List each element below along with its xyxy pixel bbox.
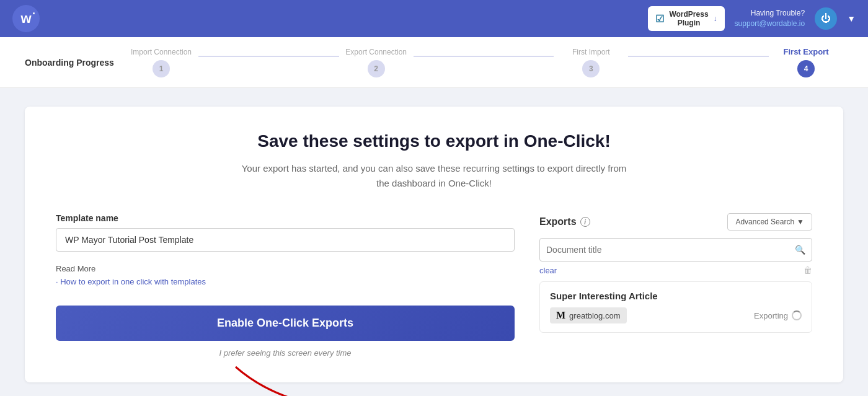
wordable-logo: w bbox=[12, 5, 40, 32]
medium-m-icon: M bbox=[556, 310, 565, 321]
template-name-input[interactable] bbox=[56, 228, 515, 252]
header-right: ☑ WordPressPlugin ↓ Having Trouble? supp… bbox=[648, 6, 856, 32]
left-column: Template name Read More · How to export … bbox=[56, 213, 515, 358]
export-item-title: Super Interesting Article bbox=[550, 291, 802, 301]
progress-steps: Import Connection 1 Export Connection 2 … bbox=[124, 47, 843, 77]
main-content: Save these settings to export in One-Cli… bbox=[0, 88, 868, 396]
content-card: Save these settings to export in One-Cli… bbox=[25, 107, 843, 382]
download-icon: ↓ bbox=[714, 14, 717, 23]
advanced-search-label: Advanced Search bbox=[735, 218, 794, 226]
step-4: First Export 4 bbox=[769, 47, 843, 77]
exports-title: Exports i bbox=[539, 216, 590, 227]
prefer-text: I prefer seeing this screen every time bbox=[56, 348, 515, 358]
trouble-email: support@wordable.io bbox=[735, 19, 805, 29]
step-3-circle: 3 bbox=[582, 60, 600, 77]
exporting-badge: Exporting bbox=[754, 310, 802, 320]
advanced-search-button[interactable]: Advanced Search ▼ bbox=[727, 213, 812, 231]
step-4-label: First Export bbox=[784, 47, 829, 56]
source-name: greatblog.com bbox=[569, 311, 620, 320]
export-item: Super Interesting Article M greatblog.co… bbox=[539, 281, 812, 333]
card-wrapper: Save these settings to export in One-Cli… bbox=[25, 107, 843, 382]
clear-row: clear 🗑 bbox=[539, 265, 812, 275]
export-item-footer: M greatblog.com Exporting bbox=[550, 307, 802, 323]
wp-plugin-label: WordPressPlugin bbox=[669, 10, 708, 28]
help-icon[interactable]: i bbox=[580, 217, 590, 227]
right-column: Exports i Advanced Search ▼ 🔍 clear bbox=[539, 213, 812, 358]
connector-1-2 bbox=[198, 56, 339, 57]
step-1-circle: 1 bbox=[153, 60, 170, 77]
wordpress-icon: ☑ bbox=[655, 13, 664, 25]
template-name-label: Template name bbox=[56, 213, 515, 223]
power-button[interactable]: ⏻ bbox=[815, 7, 837, 30]
chevron-down-icon[interactable]: ▼ bbox=[847, 14, 856, 24]
trouble-title: Having Trouble? bbox=[735, 8, 805, 19]
card-subtitle: Your export has started, and you can als… bbox=[56, 161, 812, 191]
advanced-search-chevron-icon: ▼ bbox=[797, 218, 804, 226]
search-bar: 🔍 bbox=[539, 238, 812, 262]
document-search-input[interactable] bbox=[546, 239, 795, 261]
enable-one-click-button[interactable]: Enable One-Click Exports bbox=[56, 306, 515, 341]
two-col-layout: Template name Read More · How to export … bbox=[56, 213, 812, 358]
clear-link[interactable]: clear bbox=[539, 266, 557, 275]
card-title: Save these settings to export in One-Cli… bbox=[56, 131, 812, 151]
connector-2-3 bbox=[414, 56, 554, 57]
read-more-section: Read More · How to export in one click w… bbox=[56, 264, 515, 287]
search-icon: 🔍 bbox=[795, 245, 805, 255]
step-2: Export Connection 2 bbox=[339, 48, 414, 77]
exporting-label: Exporting bbox=[754, 311, 788, 320]
wp-plugin-button[interactable]: ☑ WordPressPlugin ↓ bbox=[648, 6, 724, 32]
read-more-link[interactable]: · How to export in one click with templa… bbox=[56, 277, 206, 286]
trash-icon[interactable]: 🗑 bbox=[804, 265, 812, 275]
onboarding-progress: Onboarding Progress Import Connection 1 … bbox=[0, 37, 868, 88]
medium-badge: M greatblog.com bbox=[550, 307, 627, 323]
exports-header: Exports i Advanced Search ▼ bbox=[539, 213, 812, 231]
trouble-section: Having Trouble? support@wordable.io bbox=[735, 8, 805, 29]
progress-label: Onboarding Progress bbox=[25, 58, 124, 68]
step-2-circle: 2 bbox=[368, 60, 385, 77]
exporting-spinner bbox=[792, 310, 802, 320]
step-1: Import Connection 1 bbox=[124, 48, 198, 77]
step-2-label: Export Connection bbox=[345, 48, 407, 56]
app-header: w ☑ WordPressPlugin ↓ Having Trouble? su… bbox=[0, 0, 868, 37]
step-4-circle: 4 bbox=[797, 60, 815, 77]
connector-3-4 bbox=[628, 56, 769, 57]
step-3: First Import 3 bbox=[554, 48, 628, 77]
read-more-label: Read More bbox=[56, 264, 515, 273]
step-3-label: First Import bbox=[572, 48, 610, 56]
step-1-label: Import Connection bbox=[131, 48, 192, 56]
exports-label: Exports bbox=[539, 216, 577, 227]
